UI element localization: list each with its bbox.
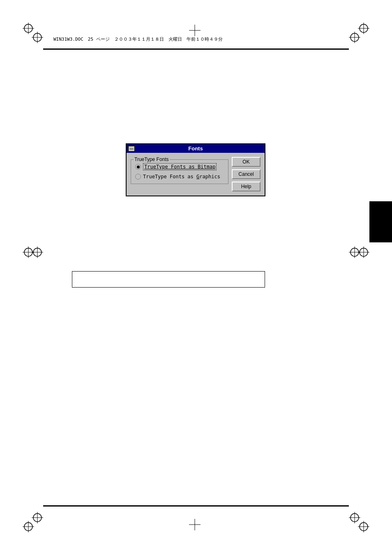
reg-mark-bottom-left-inner bbox=[32, 512, 43, 523]
reg-mark-top-right-inner bbox=[349, 32, 360, 43]
radio-graphics[interactable]: TrueType Fonts as Graphics bbox=[135, 174, 224, 180]
header-rule bbox=[43, 48, 349, 50]
reg-mark-bottom-center bbox=[189, 519, 201, 530]
radio-bitmap-indicator bbox=[135, 164, 141, 170]
header-text: WIN31W3.DOC 25 ページ ２００３年１１月１８日 火曜日 午前１０時… bbox=[53, 36, 223, 42]
radio-graphics-indicator bbox=[135, 174, 141, 180]
truetype-fonts-group: TrueType Fonts TrueType Fonts as Bitmap … bbox=[131, 159, 228, 184]
dialog-title: Fonts bbox=[188, 145, 203, 152]
dialog-titlebar: — Fonts bbox=[127, 144, 265, 153]
system-menu-icon[interactable]: — bbox=[128, 146, 135, 152]
group-box-label: TrueType Fonts bbox=[134, 157, 170, 162]
radio-bitmap[interactable]: TrueType Fonts as Bitmap bbox=[135, 163, 224, 170]
side-tab bbox=[369, 201, 392, 242]
reg-mark-bottom-right-inner bbox=[349, 512, 360, 523]
footer-rule bbox=[43, 505, 349, 507]
ok-button[interactable]: OK bbox=[232, 157, 261, 167]
radio-bitmap-label: TrueType Fonts as Bitmap bbox=[143, 163, 217, 170]
reg-mark-top-left-inner bbox=[32, 32, 43, 43]
reg-mark-mid-left-inner bbox=[32, 246, 43, 258]
note-box-content bbox=[76, 275, 78, 282]
reg-mark-mid-right-inner bbox=[349, 246, 360, 258]
help-button[interactable]: Help bbox=[232, 182, 261, 191]
cancel-button[interactable]: Cancel bbox=[232, 169, 261, 179]
radio-graphics-label: TrueType Fonts as Graphics bbox=[143, 174, 220, 180]
fonts-dialog: — Fonts TrueType Fonts TrueType Fonts as… bbox=[126, 143, 265, 196]
dialog-body: TrueType Fonts TrueType Fonts as Bitmap … bbox=[127, 153, 265, 196]
reg-mark-top-center bbox=[189, 25, 201, 36]
dialog-right-panel: OK Cancel Help bbox=[232, 157, 261, 191]
dialog-left-panel: TrueType Fonts TrueType Fonts as Bitmap … bbox=[131, 157, 228, 191]
note-box bbox=[72, 271, 265, 288]
